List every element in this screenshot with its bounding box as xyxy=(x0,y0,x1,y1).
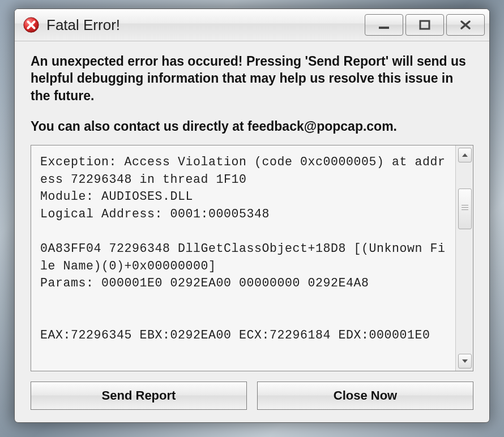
svg-rect-2 xyxy=(420,21,429,29)
scroll-down-button[interactable] xyxy=(458,354,472,369)
svg-rect-1 xyxy=(379,27,389,29)
maximize-button[interactable] xyxy=(405,14,444,36)
error-message-secondary: You can also contact us directly at feed… xyxy=(31,118,473,135)
window-title: Fatal Error! xyxy=(46,16,365,34)
error-message-primary: An unexpected error has occured! Pressin… xyxy=(31,53,473,104)
scrollbar[interactable] xyxy=(455,145,473,371)
close-window-button[interactable] xyxy=(446,14,485,36)
scroll-thumb[interactable] xyxy=(458,188,472,229)
error-icon xyxy=(23,16,40,33)
minimize-button[interactable] xyxy=(365,14,403,36)
dialog-button-row: Send Report Close Now xyxy=(31,382,473,410)
titlebar[interactable]: Fatal Error! xyxy=(15,9,489,41)
error-details-text[interactable]: Exception: Access Violation (code 0xc000… xyxy=(31,145,455,371)
send-report-button[interactable]: Send Report xyxy=(31,382,247,410)
dialog-body: An unexpected error has occured! Pressin… xyxy=(15,41,489,422)
error-details-box: Exception: Access Violation (code 0xc000… xyxy=(31,145,473,371)
error-dialog: Fatal Error! An unexpected error has occ… xyxy=(14,8,490,423)
close-now-button[interactable]: Close Now xyxy=(257,382,473,410)
window-buttons xyxy=(365,14,485,36)
scroll-up-button[interactable] xyxy=(458,148,472,162)
